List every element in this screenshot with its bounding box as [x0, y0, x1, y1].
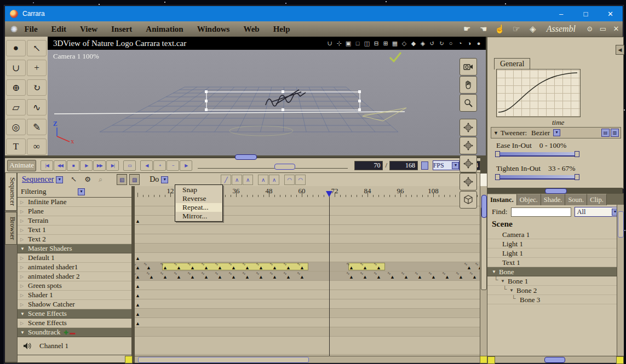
menu-file[interactable]: File	[23, 24, 38, 35]
menu-animation[interactable]: Animation	[145, 24, 184, 35]
horizontal-splitter-handle[interactable]	[235, 154, 257, 160]
expand-triangle-icon[interactable]: ▼	[20, 246, 25, 251]
scene-item-bone-3[interactable]: └Bone 3	[487, 295, 617, 304]
step-back-icon[interactable]: ◀◀	[54, 160, 66, 171]
track-row[interactable]	[135, 337, 480, 355]
dolly-ball-icon[interactable]	[460, 173, 477, 190]
peak-curve-icon[interactable]: ∧	[232, 175, 242, 185]
step-forward-icon[interactable]: ▶▶	[93, 160, 106, 171]
expand-triangle-icon[interactable]: ▼	[493, 130, 498, 136]
context-menu-item-snap[interactable]: Snap	[176, 186, 222, 194]
tree-item-scene-effects[interactable]: ▷Scene Effects	[18, 319, 131, 328]
context-menu-item-repeat[interactable]: Repeat...	[176, 203, 222, 212]
close-button[interactable]: ✕	[598, 6, 623, 21]
sphere-textured-icon[interactable]: ●	[475, 40, 483, 47]
keyframe-marker[interactable]: ▲	[135, 256, 140, 261]
tweener-value[interactable]: Bezier	[531, 129, 550, 137]
link-tool[interactable]: ∞	[27, 138, 47, 155]
globe-tool[interactable]: ⊕	[6, 79, 26, 96]
sphere-flat-icon[interactable]: ◔	[456, 40, 464, 47]
bank-ball-icon[interactable]	[460, 155, 477, 172]
cursor-icon[interactable]: ↖	[71, 175, 77, 184]
right-splitter-handle[interactable]	[545, 188, 567, 194]
resize-chip[interactable]	[125, 356, 133, 363]
pan-tool-icon[interactable]	[460, 76, 477, 94]
tree-item-default-1[interactable]: ▷Default 1	[18, 253, 131, 263]
slider-handle-left[interactable]	[495, 174, 500, 180]
track-row[interactable]	[135, 234, 480, 244]
toggle-curves-icon[interactable]: ▨	[129, 174, 140, 185]
tree-item-terrain[interactable]: ▷Terrain	[18, 216, 131, 226]
playhead-line[interactable]	[329, 197, 330, 356]
bell-curve-icon[interactable]: ◠	[295, 175, 306, 185]
grab-hand-icon[interactable]: ☚	[475, 24, 492, 34]
slider-track[interactable]	[496, 175, 578, 180]
pick-hand-icon[interactable]: ☝	[492, 24, 508, 34]
keyframe-marker[interactable]: ▲	[135, 312, 140, 317]
layout-grid-icon[interactable]: ▦	[391, 40, 399, 47]
eye-icon[interactable]: ⊙	[583, 25, 596, 33]
expand-triangle-icon[interactable]: ▼	[20, 311, 25, 316]
collapse-triangle-icon[interactable]: ▷	[20, 293, 24, 298]
stop-icon[interactable]: ■	[67, 160, 79, 171]
tree-item-text-1[interactable]: ▷Text 1	[18, 226, 131, 235]
tab-objec[interactable]: Objec.	[517, 194, 541, 205]
chevron-down-icon[interactable]: ▾	[553, 129, 560, 136]
pan-ball-icon[interactable]	[460, 137, 477, 154]
filtering-header[interactable]: Filtering ▾	[18, 186, 131, 198]
shear-tool[interactable]: ∿	[27, 99, 47, 115]
tab-clip[interactable]: Clip.	[587, 194, 607, 205]
shield-flat-icon[interactable]: ◆	[410, 40, 417, 47]
tree-item-infinite-plane[interactable]: ▷Infinite Plane	[18, 198, 131, 207]
current-frame-field[interactable]: 70	[354, 161, 383, 170]
collapse-triangle-icon[interactable]: ▷	[20, 218, 24, 223]
track-row[interactable]: ▲	[135, 290, 480, 299]
scene-item-camera-1[interactable]: Camera 1	[487, 230, 617, 239]
maximize-button[interactable]: □	[573, 6, 598, 21]
tree-item-plane[interactable]: ▷Plane	[18, 207, 131, 216]
layout-three-icon[interactable]: ⊟	[372, 40, 380, 47]
collapse-triangle-icon[interactable]: ▷	[20, 237, 24, 242]
keyframe-marker[interactable]: ▲	[135, 321, 140, 326]
find-input[interactable]	[511, 207, 571, 217]
tab-soun[interactable]: Soun.	[565, 194, 587, 205]
go-start-icon[interactable]: |◀	[41, 160, 53, 171]
spike-curve-icon[interactable]: ∧	[269, 175, 279, 185]
scene-item-light-1[interactable]: Light 1	[487, 249, 617, 258]
expand-triangle-icon[interactable]: ▼	[509, 288, 514, 293]
scene-item-bone[interactable]: ▼Bone	[487, 267, 617, 276]
magnet-icon[interactable]: ∪	[326, 40, 334, 47]
sequencer-menu[interactable]: Sequencer	[22, 175, 54, 184]
collapse-triangle-icon[interactable]: ▷	[20, 321, 24, 326]
time-scrollbar[interactable]	[198, 163, 348, 169]
collapse-triangle-icon[interactable]: ▷	[20, 284, 24, 288]
tree-item-shadow-catcher[interactable]: ▷Shadow Catcher	[18, 300, 131, 309]
text-tool[interactable]: T	[6, 138, 26, 155]
tree-item-scene-effects[interactable]: ▼Scene Effects	[18, 309, 131, 319]
orbit-cw-icon[interactable]: ↻	[438, 40, 445, 47]
track-row[interactable]: ▲	[135, 253, 480, 262]
vertical-splitter-handle[interactable]	[481, 195, 487, 218]
track-row[interactable]	[135, 244, 480, 253]
sequencer-hscrollbar[interactable]	[135, 356, 480, 363]
spike-curve-icon[interactable]: ∧	[258, 175, 268, 185]
resize-chip[interactable]	[616, 356, 624, 364]
trackball-icon[interactable]	[460, 119, 477, 136]
slider-track[interactable]	[496, 152, 578, 157]
playhead-scrubber[interactable]	[326, 191, 332, 197]
tree-item-animated-shader-2[interactable]: ▷animated shader 2	[18, 272, 131, 281]
loop-icon[interactable]: ▭	[123, 160, 136, 171]
pen-tool[interactable]: ✎	[27, 119, 47, 135]
context-menu-item-reverse[interactable]: Reverse	[176, 194, 222, 203]
animate-button[interactable]: Animate	[7, 160, 36, 171]
collapse-triangle-icon[interactable]: ▷	[20, 200, 24, 205]
scene-item-bone-2[interactable]: └▼Bone 2	[487, 286, 617, 295]
do-menu[interactable]: Do	[150, 175, 159, 184]
move-tool[interactable]: +	[27, 60, 47, 76]
chevron-down-icon[interactable]: ▾	[452, 162, 459, 169]
track-row[interactable]: ▲∿▲∿▲∿▲∿▲∿▲∿▲∿▲∿▲∿▲∿▲∿▲∿▲∿▲∿▲∿▲∿▲∿▲∿▲∿▲∿…	[135, 271, 480, 281]
peak-curve-icon[interactable]: ∧	[243, 175, 253, 185]
layout-four-icon[interactable]: ⊞	[382, 40, 389, 47]
snap-icon[interactable]: ▣	[344, 40, 352, 47]
filter-dropdown[interactable]: All ▾	[575, 207, 619, 217]
